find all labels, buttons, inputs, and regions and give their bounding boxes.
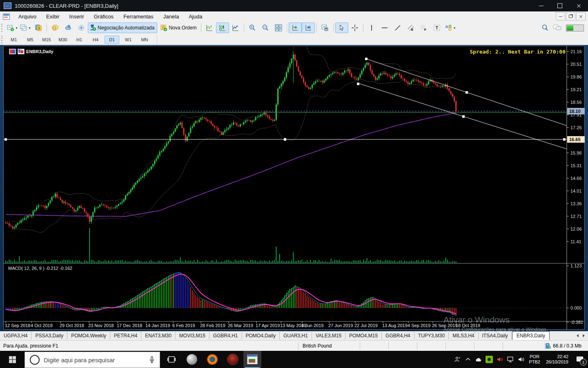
timeframe-h1[interactable]: H1: [72, 36, 87, 44]
menu-exibir[interactable]: Exibir: [41, 12, 65, 21]
toolbar-drag-handle[interactable]: [1, 36, 4, 44]
market-watch-button[interactable]: $: [32, 22, 45, 33]
close-button[interactable]: [569, 0, 588, 11]
chart-tab[interactable]: ENAT3,M30: [141, 332, 175, 339]
chart-mdi-icon[interactable]: [3, 13, 10, 20]
taskbar-search-input[interactable]: Digite aqui para pesquisar: [24, 352, 160, 368]
maximize-button[interactable]: [550, 0, 569, 11]
vertical-line-tool-button[interactable]: [365, 22, 378, 33]
depth-of-market-icon[interactable]: [18, 49, 24, 54]
svg-text:22 Jul 2019: 22 Jul 2019: [354, 323, 378, 328]
mdi-minimize-button[interactable]: [556, 12, 565, 20]
chart-tab[interactable]: POMO4,Daily: [242, 332, 280, 339]
mdi-close-button[interactable]: [576, 12, 586, 20]
objects-dropdown-button[interactable]: ▾: [443, 22, 457, 33]
cloud-button[interactable]: [62, 22, 75, 33]
crosshair-button[interactable]: [348, 22, 361, 33]
timeframe-w1[interactable]: W1: [121, 36, 136, 44]
timeframe-h4[interactable]: H4: [88, 36, 103, 44]
chart-tab[interactable]: ENBR3,Daily: [512, 331, 550, 340]
autotrade-button[interactable]: Negociação Automatizada: [88, 22, 157, 33]
menu-gráficos[interactable]: Gráficos: [89, 12, 118, 21]
tab-scroll-left-icon[interactable]: [577, 334, 579, 337]
templates-button[interactable]: [318, 22, 332, 33]
chart-tab[interactable]: TUPY3,M30: [414, 332, 449, 339]
tray-expand-chevron-icon[interactable]: [463, 351, 473, 368]
tile-windows-button[interactable]: [272, 22, 285, 33]
menu-inserir[interactable]: Inserir: [65, 12, 89, 21]
candles-mode-button[interactable]: [216, 22, 229, 33]
toolbar-drag-handle[interactable]: [1, 24, 4, 32]
task-view-button[interactable]: [163, 351, 180, 368]
microphone-icon[interactable]: [149, 356, 155, 364]
svg-text:0.000: 0.000: [570, 305, 582, 310]
horizontal-line-tool-button[interactable]: [378, 22, 391, 33]
line-mode-button[interactable]: [229, 22, 242, 33]
history-center-button[interactable]: 5: [49, 22, 62, 33]
chart-tab[interactable]: ITSA4,Daily: [479, 332, 512, 339]
new-chart-button[interactable]: ▾: [6, 22, 19, 33]
action-center-button[interactable]: 1: [572, 351, 588, 368]
chart-tab[interactable]: GUAR3,H1: [280, 332, 312, 339]
menu-ferramentas[interactable]: Ferramentas: [118, 12, 158, 21]
chart-tab[interactable]: POMO4,Weekly: [67, 332, 110, 339]
timeframe-m1[interactable]: M1: [7, 36, 21, 44]
menu-ajuda[interactable]: Ajuda: [184, 12, 207, 21]
svg-text:18 Oct 2019: 18 Oct 2019: [456, 323, 480, 328]
tab-scroll-right-icon[interactable]: [583, 334, 585, 337]
new-order-button[interactable]: Nova Ordem: [159, 22, 199, 33]
language-indicator[interactable]: POR PTB2: [526, 354, 543, 365]
text-tool-button[interactable]: T: [430, 22, 443, 33]
one-click-trading-icon[interactable]: [9, 49, 16, 54]
chart-shift-button[interactable]: [302, 22, 315, 33]
timeframe-m30[interactable]: M30: [56, 36, 70, 44]
taskbar-clock[interactable]: 22:42 26/10/2019: [543, 354, 572, 365]
timeframe-mn[interactable]: MN: [137, 36, 152, 44]
start-button[interactable]: [0, 351, 24, 368]
signals-button[interactable]: [75, 22, 88, 33]
bars-mode-button[interactable]: [203, 22, 216, 33]
people-icon[interactable]: [452, 351, 463, 368]
timeframe-m15[interactable]: M15: [39, 36, 54, 44]
audio-app-icon[interactable]: [494, 351, 505, 368]
chart-canvas[interactable]: 21.1620.5119.8619.2118.5617.9117.2615.96…: [3, 45, 585, 330]
channel-tool-button[interactable]: E: [404, 22, 417, 33]
svg-text:17.26: 17.26: [570, 125, 582, 130]
nvidia-icon[interactable]: [484, 351, 494, 368]
minimize-button[interactable]: [532, 0, 550, 11]
chart-tab[interactable]: VALE3,M15: [312, 332, 345, 339]
taskbar-app-sphere[interactable]: [183, 351, 201, 368]
onedrive-icon[interactable]: [473, 351, 484, 368]
volume-icon[interactable]: [516, 351, 526, 368]
svg-text:23 Nov 2018: 23 Nov 2018: [88, 323, 114, 328]
chat-icon[interactable]: [553, 24, 562, 31]
zoom-in-button[interactable]: [246, 22, 259, 33]
chart-tab[interactable]: PETR4,H4: [110, 332, 141, 339]
menu-arquivo[interactable]: Arquivo: [13, 12, 41, 21]
search-icon[interactable]: [541, 24, 549, 31]
taskbar-app-red[interactable]: [224, 351, 242, 368]
mdi-restore-button[interactable]: [566, 12, 575, 20]
equidistant-channel-icon: E: [407, 24, 414, 31]
taskbar-app-metatrader[interactable]: [243, 351, 261, 368]
zoom-out-button[interactable]: [259, 22, 272, 33]
trendline-tool-button[interactable]: [391, 22, 404, 33]
cursor-button[interactable]: [335, 22, 348, 33]
chart-tab[interactable]: GGBR4,H1: [209, 332, 242, 339]
chart-tab[interactable]: UGPA3,H4: [0, 332, 31, 339]
autoscroll-button[interactable]: [289, 22, 302, 33]
chart-tab[interactable]: GGBR4,H4: [382, 332, 414, 339]
network-icon[interactable]: [505, 351, 516, 368]
chart-tab[interactable]: POMO4,M15: [345, 332, 382, 339]
chart-tab[interactable]: MILS3,H4: [449, 332, 478, 339]
profiles-button[interactable]: ▾: [19, 22, 32, 33]
chart-tab[interactable]: MOVI3,M15: [176, 332, 209, 339]
fibonacci-tool-button[interactable]: F: [417, 22, 430, 33]
svg-text:11.41: 11.41: [570, 239, 581, 244]
status-cell: [360, 342, 388, 350]
chart-tab[interactable]: PSSA3,Daily: [31, 332, 67, 339]
taskbar-app-firefox[interactable]: [203, 351, 221, 368]
timeframe-m5[interactable]: M5: [23, 36, 38, 44]
timeframe-d1[interactable]: D1: [105, 36, 119, 44]
menu-janela[interactable]: Janela: [158, 12, 184, 21]
